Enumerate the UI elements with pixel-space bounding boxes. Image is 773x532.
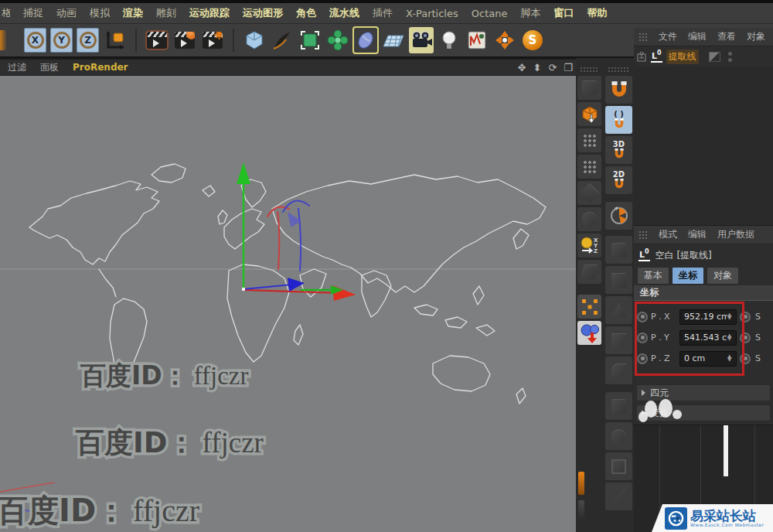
watermark-blob: [673, 410, 682, 419]
menu-item-mograph[interactable]: 运动图形: [243, 6, 283, 20]
floor-plane-button[interactable]: [381, 27, 406, 53]
easck-logo-icon: [665, 507, 687, 530]
viewport-maximize-icon[interactable]: ❐: [564, 63, 573, 73]
om-menu-edit[interactable]: 编辑: [688, 30, 707, 43]
deformers-button[interactable]: [325, 27, 350, 53]
quaternion-fold-row[interactable]: 四元: [636, 384, 771, 401]
am-menu-edit[interactable]: 编辑: [688, 228, 707, 241]
panel-grip-icon[interactable]: [638, 32, 648, 42]
menu-item-character[interactable]: 角色: [296, 6, 316, 20]
enable-snap-icon[interactable]: [605, 76, 632, 104]
tab-filter[interactable]: 过滤: [8, 61, 26, 74]
strip-grip[interactable]: [580, 66, 599, 72]
snap-2d-icon[interactable]: 2D: [605, 166, 632, 194]
quantize-snap-icon[interactable]: [577, 295, 601, 319]
lock-y-axis-button[interactable]: Y: [50, 28, 73, 53]
transform-fold-row[interactable]: 变换: [636, 404, 771, 421]
material-editor-button[interactable]: [465, 27, 489, 53]
viewport-zoom-icon[interactable]: ⬍: [533, 63, 542, 73]
snap-option-icon[interactable]: [605, 392, 632, 420]
mirror-tool-icon[interactable]: [577, 76, 601, 100]
lock-x-axis-button[interactable]: X: [24, 28, 46, 53]
menu-item-sculpt[interactable]: 雕刻: [156, 6, 176, 20]
tab-panel[interactable]: 面板: [40, 61, 59, 74]
make-editable-icon[interactable]: [577, 102, 601, 126]
coordinate-system-icon[interactable]: [103, 27, 128, 53]
tab-coordinates[interactable]: 坐标: [672, 267, 704, 285]
viewport-pan-icon[interactable]: ✥: [518, 63, 526, 73]
menu-item-script[interactable]: 脚本: [520, 6, 540, 20]
menu-item-partial[interactable]: 格: [2, 6, 10, 20]
object-row[interactable]: L0 提取线: [634, 46, 773, 66]
menu-item-octane[interactable]: Octane: [472, 8, 508, 19]
object-name-extract-spline[interactable]: 提取线: [666, 49, 699, 64]
light-button[interactable]: [437, 27, 461, 53]
menu-item-plugins[interactable]: 插件: [373, 6, 393, 20]
snap-option-icon[interactable]: [605, 326, 632, 354]
extract-spline-type-icon: L0: [651, 50, 662, 63]
object-manager-empty-area[interactable]: [634, 66, 773, 226]
coordinates-section-header[interactable]: 坐标: [634, 285, 773, 301]
snap-option-icon[interactable]: [605, 422, 632, 450]
object-expand-icon[interactable]: [637, 52, 647, 62]
edges-mode-icon[interactable]: [577, 155, 601, 179]
menu-item-render[interactable]: 渲染: [123, 6, 143, 20]
camera-button[interactable]: [409, 27, 434, 53]
snap-option-icon[interactable]: [605, 452, 632, 480]
generators-button[interactable]: [298, 27, 322, 53]
panel-grip-icon[interactable]: [638, 230, 648, 240]
menu-item-help[interactable]: 帮助: [587, 6, 607, 20]
clipped-tool-icon[interactable]: [0, 30, 7, 50]
model-mode-icon[interactable]: [577, 207, 601, 231]
simulate-bean-button[interactable]: [353, 27, 378, 53]
tab-prorender[interactable]: ProRender: [73, 62, 128, 73]
guide-line-icon[interactable]: [605, 483, 632, 510]
tab-basic[interactable]: 基本: [637, 267, 669, 285]
texture-mode-icon[interactable]: [577, 260, 601, 284]
toolbar-separator: [233, 29, 234, 52]
visibility-dots-icon[interactable]: [728, 52, 732, 62]
points-mode-icon[interactable]: [577, 128, 601, 152]
add-primitive-cube-button[interactable]: [242, 27, 267, 53]
strip-grip[interactable]: [608, 66, 630, 72]
menu-item-animation[interactable]: 动画: [56, 6, 77, 20]
snap-option-icon[interactable]: [605, 296, 632, 324]
am-menu-userdata[interactable]: 用户数据: [717, 228, 754, 241]
render-picture-viewer-button[interactable]: [172, 27, 197, 53]
render-view-button[interactable]: [145, 27, 169, 53]
rotation-snap-icon[interactable]: [605, 202, 632, 230]
polygons-mode-icon[interactable]: [577, 181, 601, 205]
om-menu-view[interactable]: 查看: [717, 30, 736, 43]
layer-chip-icon[interactable]: [709, 52, 720, 62]
om-menu-file[interactable]: 文件: [659, 30, 677, 43]
snap-option-icon[interactable]: [605, 236, 632, 264]
menu-item-xparticles[interactable]: X-Particles: [406, 8, 458, 19]
xpresso-cross-icon[interactable]: [492, 27, 517, 53]
menu-item-pipeline[interactable]: 流水线: [329, 6, 359, 20]
clipped-material-icon: [578, 500, 584, 520]
tab-object[interactable]: 对象: [707, 267, 739, 285]
menu-item-simulate[interactable]: 模拟: [90, 6, 110, 20]
3d-viewport[interactable]: 百度ID：ffjczr 百度ID：ffjczr 百度ID：ffjczr 百度ID…: [0, 76, 576, 532]
workplane-mode-icon[interactable]: XYZ: [577, 234, 601, 257]
am-menu-mode[interactable]: 模式: [659, 228, 677, 241]
om-menu-object[interactable]: 对象: [747, 30, 765, 43]
menu-item-motion-tracker[interactable]: 运动跟踪: [189, 6, 230, 20]
lock-z-axis-button[interactable]: Z: [77, 28, 99, 53]
menu-item-window[interactable]: 窗口: [553, 6, 574, 20]
watermark-baidu-id: 百度ID：ffjczr 百度ID：ffjczr: [76, 424, 264, 462]
auto-snap-icon[interactable]: ( ): [605, 106, 632, 134]
snap-option-icon[interactable]: [605, 266, 632, 294]
snap-option-icon[interactable]: [605, 356, 632, 384]
menu-item-snap[interactable]: 捕捉: [23, 6, 43, 20]
object-manager-menu: 文件 编辑 查看 对象: [634, 28, 773, 46]
spline-pen-button[interactable]: [270, 27, 295, 53]
viewport-rotate-icon[interactable]: ⟳: [548, 63, 557, 73]
substance-badge-icon[interactable]: S: [520, 27, 545, 53]
snap-3d-icon[interactable]: 3D: [605, 136, 632, 164]
playhead-bar[interactable]: [724, 425, 728, 476]
render-settings-button[interactable]: [200, 27, 225, 53]
attribute-manager-menu: 模式 编辑 用户数据: [634, 226, 773, 244]
dynamics-spheres-icon[interactable]: [577, 321, 601, 345]
red-highlight-annotation: [635, 302, 744, 376]
